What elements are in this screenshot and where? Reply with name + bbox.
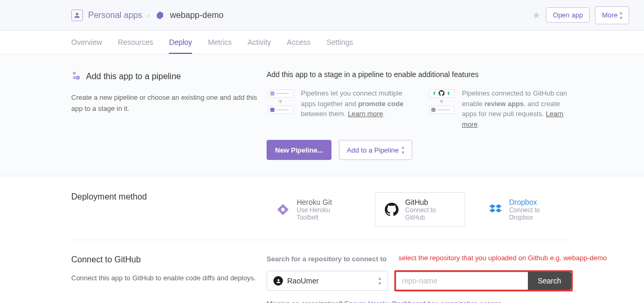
tab-deploy[interactable]: Deploy — [169, 32, 192, 54]
more-button[interactable]: More ▴▾ — [595, 6, 629, 24]
pipeline-heading: Add this app to a pipeline — [71, 70, 267, 83]
heroku-git-title: Heroku Git — [297, 198, 352, 206]
dropbox-icon — [488, 202, 503, 217]
pipeline-add-icon — [71, 70, 82, 83]
pipeline-promote-illustration: ▼ — [267, 88, 295, 115]
heroku-git-sub: Use Heroku Toolbelt — [297, 206, 352, 221]
connect-github-desc: Connect this app to GitHub to enable cod… — [71, 273, 267, 284]
breadcrumb: Personal apps › webapp-demo — [71, 10, 532, 21]
annotation-text: select the repository that you uploaded … — [399, 254, 607, 262]
updown-icon: ▴▾ — [620, 10, 622, 21]
open-app-button[interactable]: Open app — [546, 7, 590, 23]
tab-activity[interactable]: Activity — [248, 32, 271, 53]
pipeline-col2-text: Pipelines connected to GitHub can enable… — [462, 88, 573, 129]
pipeline-review-illustration: ⬆ ⬆ ▼ — [428, 88, 456, 115]
search-button[interactable]: Search — [528, 272, 571, 290]
tab-metrics[interactable]: Metrics — [208, 32, 232, 53]
github-title: GitHub — [405, 198, 456, 206]
add-to-pipeline-button[interactable]: Add to a Pipeline ▴▾ — [339, 140, 412, 160]
pipeline-learn-more-1[interactable]: Learn more — [348, 110, 383, 118]
breadcrumb-app-name: webapp-demo — [170, 11, 223, 20]
repo-name-input[interactable] — [396, 272, 528, 290]
tab-settings[interactable]: Settings — [326, 32, 353, 53]
app-hexagon-icon — [155, 11, 165, 20]
github-sub: Connect to GitHub — [405, 206, 456, 221]
owner-avatar-icon — [273, 276, 283, 286]
breadcrumb-personal-apps[interactable]: Personal apps — [88, 11, 142, 20]
dropbox-title: Dropbox — [509, 198, 563, 206]
github-mini-icon — [439, 89, 444, 98]
owner-name: RaoUmer — [287, 277, 319, 285]
heroku-git-icon — [276, 202, 290, 217]
pipeline-title: Add this app to a pipeline — [86, 72, 181, 81]
tab-access[interactable]: Access — [287, 32, 310, 53]
github-icon — [385, 202, 399, 217]
add-to-pipeline-label: Add to a Pipeline — [347, 146, 399, 154]
svg-point-1 — [281, 208, 285, 212]
pipeline-headline: Add this app to a stage in a pipeline to… — [267, 70, 573, 79]
deployment-method-heading: Deployment method — [71, 192, 267, 202]
repo-search-highlight: Search — [394, 270, 573, 291]
owner-select[interactable]: RaoUmer ▴▾ — [267, 271, 388, 291]
favorite-star-icon[interactable]: ★ — [532, 10, 541, 21]
deploy-method-github[interactable]: GitHub Connect to GitHub — [375, 192, 466, 227]
tab-bar: Overview Resources Deploy Metrics Activi… — [0, 31, 644, 54]
org-access-link[interactable]: Ensure Heroku Dashboard has organization… — [344, 300, 501, 303]
updown-icon: ▴▾ — [378, 276, 381, 286]
deploy-method-heroku-git[interactable]: Heroku Git Use Heroku Toolbelt — [267, 193, 361, 226]
connect-github-heading: Connect to GitHub — [71, 255, 267, 264]
missing-org-text: Missing an organization? Ensure Heroku D… — [267, 300, 573, 303]
tab-overview[interactable]: Overview — [71, 32, 102, 53]
pipeline-col1-text: Pipelines let you connect multiple apps … — [301, 88, 412, 119]
updown-icon: ▴▾ — [402, 145, 404, 155]
breadcrumb-separator-icon: › — [147, 11, 150, 20]
pipeline-desc: Create a new pipeline or choose an exist… — [71, 92, 267, 115]
more-label: More — [602, 11, 618, 19]
new-pipeline-button[interactable]: New Pipeline... — [267, 140, 332, 160]
dropbox-sub: Connect to Dropbox — [509, 206, 563, 221]
personal-apps-avatar-icon — [71, 10, 83, 21]
deploy-method-dropbox[interactable]: Dropbox Connect to Dropbox — [479, 193, 573, 226]
tab-resources[interactable]: Resources — [118, 32, 153, 53]
